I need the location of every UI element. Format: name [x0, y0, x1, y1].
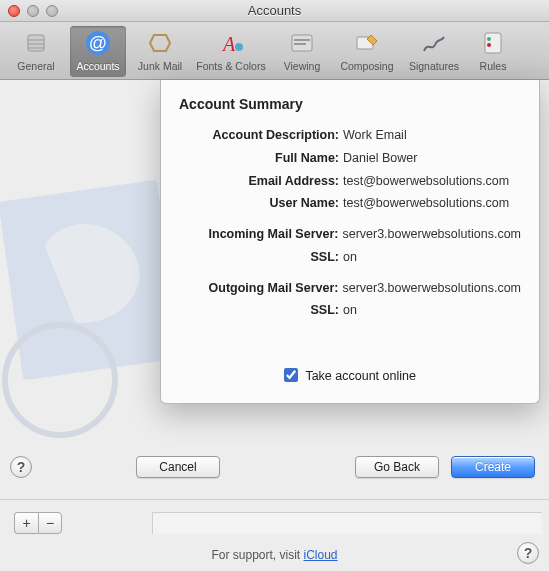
description-value: Work Email — [343, 126, 521, 145]
toolbar-label: Fonts & Colors — [196, 60, 265, 72]
svg-text:A: A — [221, 33, 236, 55]
detail-panel-edge — [152, 512, 542, 534]
support-prefix: For support, visit — [211, 548, 303, 562]
svg-rect-15 — [0, 180, 182, 380]
fullname-value: Daniel Bower — [343, 149, 521, 168]
svg-rect-10 — [294, 43, 306, 45]
support-text: For support, visit iCloud — [0, 548, 549, 562]
toolbar-item-junk-mail[interactable]: Junk Mail — [132, 26, 188, 77]
svg-rect-12 — [485, 33, 501, 53]
content-area: Account Summary Account Description: Wor… — [0, 80, 549, 571]
toolbar-label: Composing — [340, 60, 393, 72]
incoming-ssl-value: on — [343, 248, 521, 267]
svg-point-14 — [487, 43, 491, 47]
window-title: Accounts — [0, 3, 549, 18]
support-link[interactable]: iCloud — [304, 548, 338, 562]
description-label: Account Description: — [183, 126, 343, 145]
incoming-ssl-label: SSL: — [183, 248, 343, 267]
outgoing-ssl-label: SSL: — [183, 301, 343, 320]
sheet-button-row: Cancel Go Back Create — [0, 456, 549, 478]
svg-rect-9 — [294, 39, 310, 41]
incoming-server-label: Incoming Mail Server: — [183, 225, 342, 244]
account-summary-sheet: Account Summary Account Description: Wor… — [160, 80, 540, 404]
toolbar-item-general[interactable]: General — [8, 26, 64, 77]
svg-text:@: @ — [89, 33, 107, 53]
add-remove-buttons: + − — [14, 512, 62, 534]
signature-icon — [419, 28, 449, 58]
go-back-button[interactable]: Go Back — [355, 456, 439, 478]
toolbar-label: Signatures — [409, 60, 459, 72]
remove-account-button[interactable]: − — [38, 512, 62, 534]
font-icon: A — [216, 28, 246, 58]
svg-rect-0 — [28, 35, 44, 51]
toolbar-label: Accounts — [76, 60, 119, 72]
at-sign-icon: @ — [83, 28, 113, 58]
toolbar-item-accounts[interactable]: @ Accounts — [70, 26, 126, 77]
email-label: Email Address: — [183, 172, 343, 191]
toolbar-item-rules[interactable]: Rules — [470, 26, 516, 77]
svg-point-16 — [5, 325, 115, 435]
preferences-toolbar: General @ Accounts Junk Mail A Fonts & C… — [0, 22, 549, 80]
outgoing-server-value: server3.bowerwebsolutions.com — [342, 279, 521, 298]
toolbar-label: General — [17, 60, 54, 72]
footer-divider — [0, 499, 549, 509]
toolbar-item-viewing[interactable]: Viewing — [274, 26, 330, 77]
toolbar-label: Junk Mail — [138, 60, 182, 72]
compose-icon — [352, 28, 382, 58]
incoming-server-value: server3.bowerwebsolutions.com — [342, 225, 521, 244]
add-account-button[interactable]: + — [14, 512, 38, 534]
toolbar-label: Rules — [480, 60, 507, 72]
outgoing-server-label: Outgoing Mail Server: — [183, 279, 342, 298]
take-online-label: Take account online — [305, 369, 416, 383]
svg-point-7 — [235, 43, 243, 51]
viewing-icon — [287, 28, 317, 58]
help-button-footer[interactable]: ? — [517, 542, 539, 564]
general-icon — [21, 28, 51, 58]
email-value: test@bowerwebsolutions.com — [343, 172, 521, 191]
username-value: test@bowerwebsolutions.com — [343, 194, 521, 213]
outgoing-ssl-value: on — [343, 301, 521, 320]
cancel-button[interactable]: Cancel — [136, 456, 220, 478]
toolbar-label: Viewing — [284, 60, 321, 72]
fullname-label: Full Name: — [183, 149, 343, 168]
username-label: User Name: — [183, 194, 343, 213]
summary-rows: Account Description: Work Email Full Nam… — [183, 126, 521, 320]
svg-point-13 — [487, 37, 491, 41]
toolbar-item-signatures[interactable]: Signatures — [404, 26, 464, 77]
sheet-title: Account Summary — [179, 96, 521, 112]
create-button[interactable]: Create — [451, 456, 535, 478]
titlebar: Accounts — [0, 0, 549, 22]
toolbar-item-composing[interactable]: Composing — [336, 26, 398, 77]
recycle-icon — [145, 28, 175, 58]
toolbar-item-fonts-colors[interactable]: A Fonts & Colors — [194, 26, 268, 77]
take-online-checkbox[interactable] — [284, 368, 298, 382]
rules-icon — [478, 28, 508, 58]
take-online-row: Take account online — [179, 368, 521, 383]
